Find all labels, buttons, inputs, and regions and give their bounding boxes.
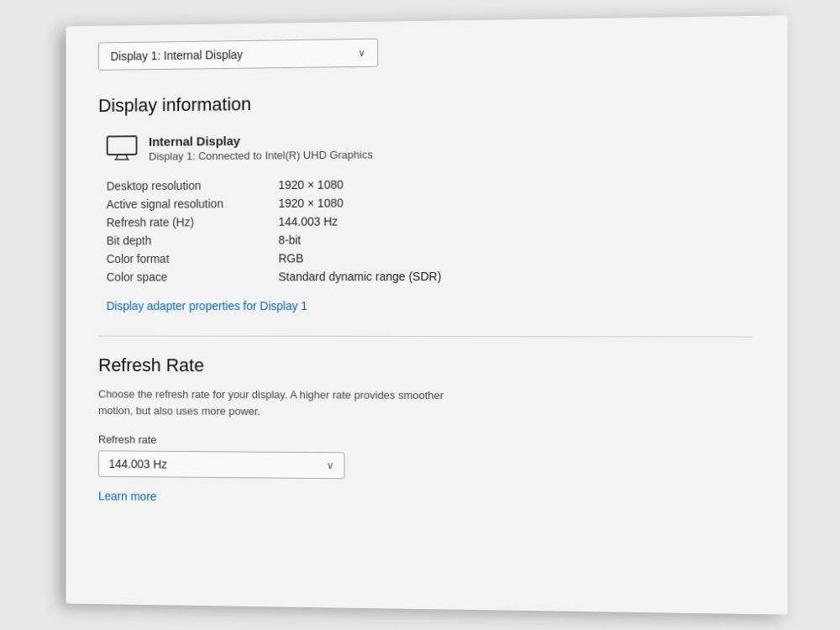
- display-info-table: Desktop resolution1920 × 1080Active sign…: [98, 175, 753, 283]
- info-value: 8-bit: [278, 234, 301, 247]
- table-row: Color formatRGB: [107, 250, 753, 265]
- refresh-rate-section: Refresh Rate Choose the refresh rate for…: [98, 354, 753, 510]
- display-information-section: Display information Internal Display Dis…: [98, 87, 753, 336]
- refresh-rate-dropdown-label: Refresh rate: [98, 433, 753, 450]
- table-row: Bit depth8-bit: [107, 231, 753, 247]
- chevron-down-icon: ∨: [358, 47, 365, 59]
- info-label: Refresh rate (Hz): [107, 215, 279, 229]
- svg-rect-0: [108, 136, 137, 155]
- info-label: Color format: [107, 252, 279, 265]
- info-value: Standard dynamic range (SDR): [278, 270, 441, 283]
- info-label: Color space: [107, 270, 279, 283]
- display-information-title: Display information: [98, 87, 753, 117]
- refresh-rate-chevron-icon: ∨: [327, 459, 334, 471]
- learn-more-link[interactable]: Learn more: [98, 489, 156, 502]
- table-row: Desktop resolution1920 × 1080: [107, 175, 753, 192]
- info-value: 144.003 Hz: [278, 215, 338, 228]
- monitor-display-subtitle: Display 1: Connected to Intel(R) UHD Gra…: [149, 148, 373, 162]
- section-divider: [98, 336, 753, 338]
- monitor-info-block: Internal Display Display 1: Connected to…: [98, 129, 753, 163]
- monitor-icon: [107, 134, 138, 161]
- refresh-rate-title: Refresh Rate: [98, 354, 753, 378]
- refresh-rate-dropdown[interactable]: 144.003 Hz ∨: [98, 450, 344, 479]
- table-row: Color spaceStandard dynamic range (SDR): [107, 269, 753, 284]
- refresh-rate-description: Choose the refresh rate for your display…: [98, 386, 445, 421]
- adapter-properties-link[interactable]: Display adapter properties for Display 1: [98, 299, 307, 312]
- info-label: Desktop resolution: [107, 178, 279, 192]
- display-selector-dropdown[interactable]: Display 1: Internal Display ∨: [98, 39, 378, 71]
- table-row: Refresh rate (Hz)144.003 Hz: [107, 213, 753, 229]
- display-selector-label: Display 1: Internal Display: [111, 48, 244, 63]
- info-value: 1920 × 1080: [278, 197, 343, 210]
- info-label: Active signal resolution: [107, 197, 279, 211]
- monitor-display-name: Internal Display: [149, 133, 373, 149]
- info-value: RGB: [278, 251, 303, 265]
- refresh-rate-selected-value: 144.003 Hz: [109, 457, 167, 470]
- table-row: Active signal resolution1920 × 1080: [107, 194, 753, 212]
- info-label: Bit depth: [107, 234, 279, 248]
- monitor-name-block: Internal Display Display 1: Connected to…: [149, 133, 373, 163]
- info-value: 1920 × 1080: [278, 178, 343, 192]
- settings-panel: Display 1: Internal Display ∨ Display in…: [66, 15, 787, 614]
